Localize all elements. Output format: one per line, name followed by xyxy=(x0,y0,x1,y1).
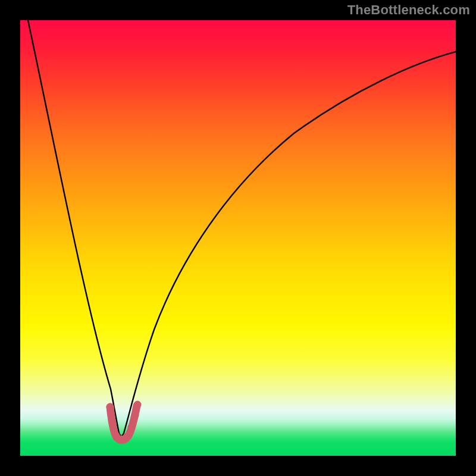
chart-frame: TheBottleneck.com xyxy=(0,0,476,476)
highlight-dot xyxy=(123,433,131,441)
bottleneck-curve xyxy=(20,20,456,456)
plot-area xyxy=(20,20,456,456)
highlight-dot xyxy=(128,424,136,431)
highlight-dot xyxy=(131,412,139,419)
highlight-dot xyxy=(107,403,114,411)
curve-path xyxy=(28,20,456,436)
highlight-dot xyxy=(134,401,142,409)
highlight-dot xyxy=(109,419,117,427)
watermark-text: TheBottleneck.com xyxy=(347,2,470,18)
